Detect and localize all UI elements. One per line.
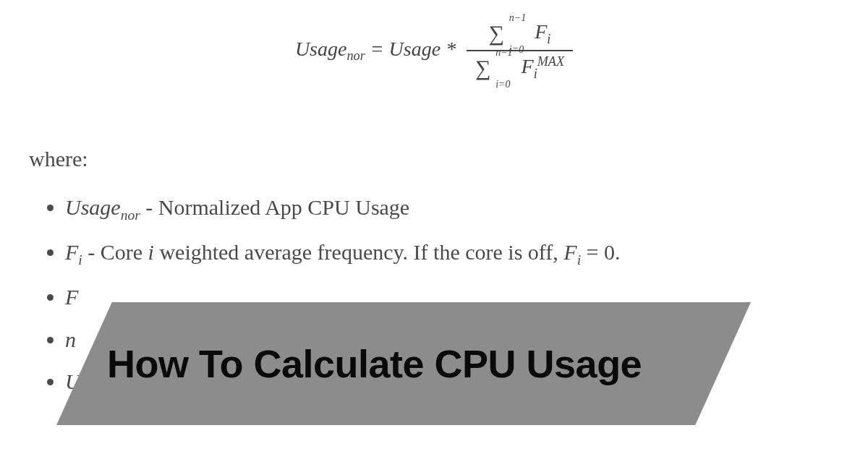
def4-symbol: n bbox=[65, 327, 76, 351]
den-sup: MAX bbox=[537, 54, 564, 69]
mult-sign: * bbox=[446, 38, 461, 60]
list-item: Fi - Core i weighted average frequency. … bbox=[65, 238, 868, 270]
fraction: ∑ n−1 i=0 Fi ∑ n−1 i=0 FiMAX bbox=[467, 20, 573, 82]
lhs-sub: nor bbox=[346, 48, 365, 63]
equals-sign: = bbox=[370, 38, 389, 60]
def2-symbol-base: F bbox=[65, 240, 78, 264]
sum-denominator: ∑ n−1 i=0 bbox=[475, 57, 490, 80]
sum-numerator: ∑ n−1 i=0 bbox=[489, 22, 504, 46]
sum-upper: n−1 bbox=[495, 47, 512, 59]
def2-desc-b: weighted average frequency. If the core … bbox=[154, 240, 563, 264]
banner-title: How To Calculate CPU Usage bbox=[107, 341, 642, 386]
def2-desc-a: - Core bbox=[82, 240, 148, 264]
sum-lower: i=0 bbox=[495, 79, 510, 90]
sigma-icon: ∑ bbox=[489, 22, 504, 44]
num-var: F bbox=[535, 20, 547, 43]
def2-core: i bbox=[148, 240, 154, 264]
num-sub: i bbox=[547, 32, 550, 46]
def2-eq-rhs: = 0. bbox=[581, 240, 620, 264]
formula-equation: Usagenor = Usage * ∑ n−1 i=0 Fi ∑ n−1 i=… bbox=[0, 0, 868, 82]
where-label: where: bbox=[29, 147, 868, 171]
den-var: F bbox=[522, 55, 534, 77]
title-banner: How To Calculate CPU Usage bbox=[56, 302, 751, 425]
sigma-icon: ∑ bbox=[475, 57, 490, 79]
def1-desc: - Normalized App CPU Usage bbox=[140, 195, 409, 219]
def1-symbol-base: Usage bbox=[65, 195, 121, 219]
def2-eq-base: F bbox=[563, 240, 576, 264]
fraction-numerator: ∑ n−1 i=0 Fi bbox=[467, 20, 573, 51]
def1-symbol-sub: nor bbox=[121, 207, 140, 223]
list-item: Usagenor - Normalized App CPU Usage bbox=[65, 193, 868, 225]
rhs-base: Usage bbox=[389, 38, 441, 60]
lhs-base: Usage bbox=[295, 38, 347, 60]
def3-symbol: F bbox=[65, 285, 78, 309]
sum-upper: n−1 bbox=[509, 12, 526, 24]
fraction-denominator: ∑ n−1 i=0 FiMAX bbox=[467, 51, 573, 82]
